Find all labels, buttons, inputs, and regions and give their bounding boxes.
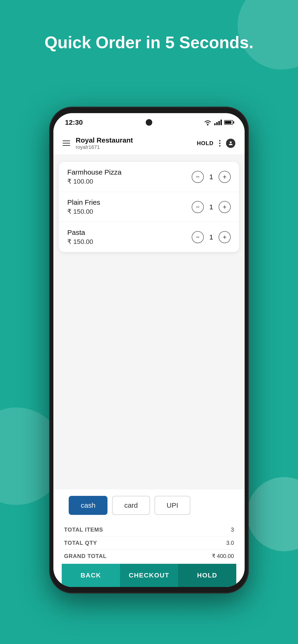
header-hold-button[interactable]: HOLD xyxy=(197,140,213,146)
camera-icon xyxy=(146,119,152,126)
increase-qty-button[interactable]: + xyxy=(219,231,231,243)
order-item: Pasta ₹ 150.00 − 1 + xyxy=(59,222,239,252)
grand-total-label: GRAND TOTAL xyxy=(64,553,107,560)
status-icons xyxy=(203,119,233,126)
quantity-control: − 1 + xyxy=(192,231,231,243)
spacer-area xyxy=(53,259,245,490)
item-info: Pasta ₹ 150.00 xyxy=(67,228,192,246)
grand-total-row: GRAND TOTAL ₹ 400.00 xyxy=(62,550,236,563)
item-price: ₹ 100.00 xyxy=(67,178,192,185)
signal-icon xyxy=(214,120,222,125)
item-price: ₹ 150.00 xyxy=(67,208,192,215)
page-headline: Quick Order in 5 Seconds. xyxy=(0,32,298,52)
qty-value: 1 xyxy=(208,203,214,211)
total-items-row: TOTAL ITEMS 3 xyxy=(62,523,236,536)
payment-methods: cash card UPI xyxy=(62,496,236,515)
item-name: Plain Fries xyxy=(67,198,192,206)
order-card: Farmhouse Pizza ₹ 100.00 − 1 + Plain Fri… xyxy=(59,162,239,252)
svg-point-0 xyxy=(207,124,208,126)
action-buttons: BACK CHECKOUT HOLD xyxy=(62,564,236,587)
phone-frame: 12:30 xyxy=(49,107,249,594)
more-options-icon[interactable] xyxy=(219,140,220,146)
item-info: Farmhouse Pizza ₹ 100.00 xyxy=(67,168,192,185)
menu-icon[interactable] xyxy=(63,140,70,146)
qty-value: 1 xyxy=(208,173,214,181)
item-price: ₹ 150.00 xyxy=(67,238,192,246)
user-icon[interactable] xyxy=(226,139,235,148)
battery-icon xyxy=(224,120,233,125)
decrease-qty-button[interactable]: − xyxy=(192,171,204,183)
svg-point-1 xyxy=(230,142,232,143)
payment-card-button[interactable]: card xyxy=(112,496,150,515)
order-item: Farmhouse Pizza ₹ 100.00 − 1 + xyxy=(59,162,239,192)
total-qty-value: 3.0 xyxy=(226,540,234,546)
total-qty-label: TOTAL QTY xyxy=(64,540,97,546)
checkout-button[interactable]: CHECKOUT xyxy=(120,564,178,587)
item-name: Pasta xyxy=(67,228,192,236)
total-items-value: 3 xyxy=(231,526,234,533)
item-info: Plain Fries ₹ 150.00 xyxy=(67,198,192,215)
grand-total-value: ₹ 400.00 xyxy=(212,553,234,560)
payment-upi-button[interactable]: UPI xyxy=(155,496,190,515)
restaurant-name: Royal Restaurant xyxy=(76,136,191,144)
decrease-qty-button[interactable]: − xyxy=(192,201,204,213)
increase-qty-button[interactable]: + xyxy=(219,171,231,183)
decrease-qty-button[interactable]: − xyxy=(192,231,204,243)
bottom-section: cash card UPI TOTAL ITEMS 3 TOTAL QTY 3.… xyxy=(53,490,245,587)
header-actions: HOLD xyxy=(197,139,235,148)
increase-qty-button[interactable]: + xyxy=(219,201,231,213)
status-time: 12:30 xyxy=(65,118,83,126)
order-item: Plain Fries ₹ 150.00 − 1 + xyxy=(59,192,239,222)
quantity-control: − 1 + xyxy=(192,201,231,213)
restaurant-id: royalr1671 xyxy=(76,144,191,150)
qty-value: 1 xyxy=(208,233,214,241)
total-items-label: TOTAL ITEMS xyxy=(64,526,103,533)
quantity-control: − 1 + xyxy=(192,171,231,183)
item-name: Farmhouse Pizza xyxy=(67,168,192,176)
payment-cash-button[interactable]: cash xyxy=(69,496,107,515)
header-title-group: Royal Restaurant royalr1671 xyxy=(76,136,191,150)
screen-content: Farmhouse Pizza ₹ 100.00 − 1 + Plain Fri… xyxy=(53,155,245,587)
wifi-icon xyxy=(203,119,212,126)
status-bar: 12:30 xyxy=(53,113,245,132)
hold-button[interactable]: HOLD xyxy=(178,564,236,587)
total-qty-row: TOTAL QTY 3.0 xyxy=(62,536,236,550)
back-button[interactable]: BACK xyxy=(62,564,120,587)
phone-screen: 12:30 xyxy=(53,113,245,587)
decorative-circle-bottom-right xyxy=(247,477,298,551)
app-header: Royal Restaurant royalr1671 HOLD xyxy=(53,132,245,155)
